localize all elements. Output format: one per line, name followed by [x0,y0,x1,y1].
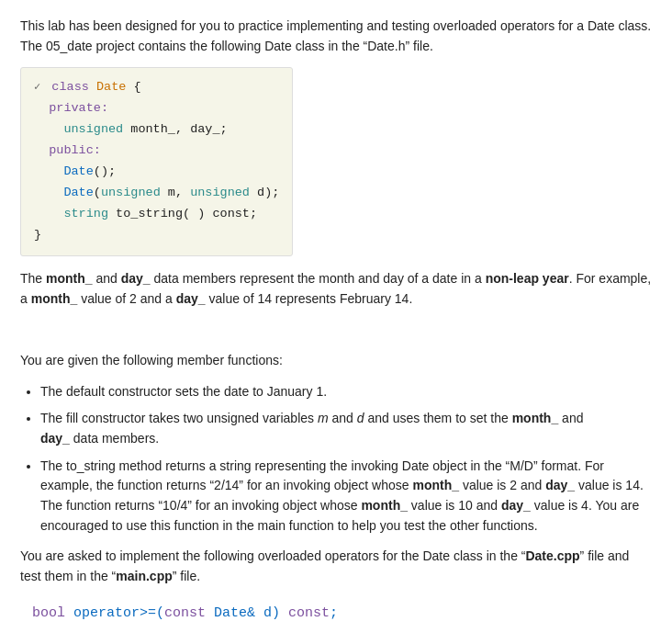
day-tostring-bold: day_ [545,478,575,492]
code-line-4: public: [34,143,101,157]
non-leap-bold: non-leap year [486,271,569,286]
month-day-paragraph: The month_ and day_ data members represe… [20,269,652,309]
bullet-default-constructor: The default constructor sets the date to… [40,382,652,402]
operator-text: operator>=( [65,605,164,621]
d-var: d [357,411,364,425]
operator-const-kw: const [164,605,206,621]
member-functions-intro: You are given the following member funct… [20,351,652,371]
bullet-fill-constructor: The fill constructor takes two unsigned … [40,409,652,448]
operator-date-text: Date& d) [206,605,288,621]
day-example-bold: day_ [176,291,206,306]
member-functions-list: The default constructor sets the date to… [40,382,652,537]
month-tostring-bold: month_ [412,478,459,492]
m-var: m [318,411,329,425]
date-class-code-block: ✓ class Date { private: unsigned month_,… [20,67,293,256]
code-line-6: Date(unsigned m, unsigned d); [34,186,279,199]
day-tostring2-bold: day_ [501,498,531,513]
code-line-3: unsigned month_, day_; [34,122,228,136]
spacer-p [20,320,652,340]
code-line-5: Date(); [34,164,116,178]
operator-const2-kw: const [288,605,330,621]
code-line-8: } [34,228,41,242]
intro-paragraph: This lab has been designed for you to pr… [20,17,652,56]
month-example-bold: month_ [31,291,78,306]
code-line-7: string to_string( ) const; [34,207,257,220]
day-bullet-bold: day_ [40,431,70,446]
code-line-1: class Date { [51,80,140,94]
month-bullet-bold: month_ [512,411,559,425]
code-line-2: private: [34,101,108,115]
month-tostring2-bold: month_ [361,498,408,513]
main-cpp-bold: main.cpp [116,569,172,583]
operator-code-block: bool operator>=(const Date& d) const; [20,598,652,628]
implement-paragraph: You are asked to implement the following… [20,547,652,586]
operator-bool-kw: bool [32,605,65,621]
bullet-to-string: The to_string method returns a string re… [40,457,652,537]
month-bold: month_ [46,271,93,286]
day-bold: day_ [121,271,151,286]
operator-semi: ; [330,605,338,621]
date-cpp-bold: Date.cpp [525,548,579,563]
checkmark-icon: ✓ [34,81,40,94]
